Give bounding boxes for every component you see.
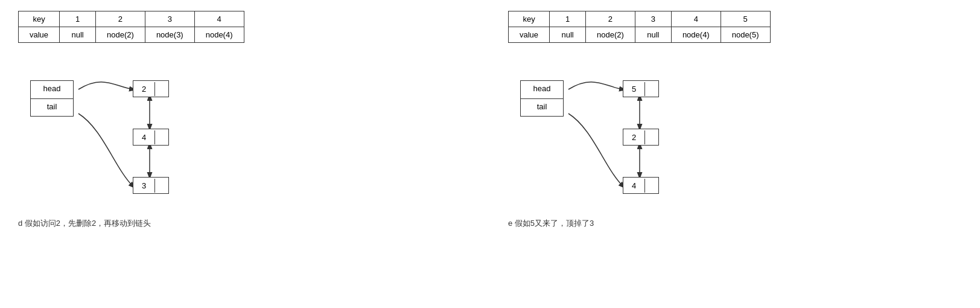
right-table-col5: 5 [721, 11, 770, 27]
left-node-4: 4 [133, 129, 169, 146]
right-caption: e 假如5又来了，顶掉了3 [508, 218, 594, 229]
right-node-2: 2 [623, 129, 659, 146]
right-table-val2: node(2) [586, 27, 635, 43]
left-table-val2: node(2) [96, 27, 145, 43]
left-caption: d 假如访问2，先删除2，再移动到链头 [18, 218, 151, 229]
right-tail-label: tail [537, 102, 547, 111]
left-table-value-header: value [19, 27, 60, 43]
right-node4-ptr [645, 177, 658, 194]
right-head-box: head [520, 80, 564, 98]
right-panel: key 1 2 3 4 5 value null node(2) null no… [490, 0, 980, 235]
left-table-col4: 4 [194, 11, 244, 27]
left-diagram: head tail 2 4 3 [18, 56, 247, 213]
left-head-box: head [30, 80, 74, 98]
right-node-5: 5 [623, 80, 659, 97]
right-node5-ptr [645, 80, 658, 97]
right-table-val1: null [550, 27, 586, 43]
right-table-key-header: key [509, 11, 550, 27]
left-node2-val: 2 [133, 82, 155, 96]
left-table-col2: 2 [96, 11, 145, 27]
left-table-col1: 1 [60, 11, 96, 27]
right-tail-box: tail [520, 98, 564, 117]
left-table: key 1 2 3 4 value null node(2) node(3) n… [18, 11, 244, 43]
left-table-val3: node(3) [145, 27, 194, 43]
left-node-3: 3 [133, 177, 169, 194]
left-node3-ptr [155, 177, 168, 194]
left-node4-val: 4 [133, 130, 155, 144]
left-node2-ptr [155, 80, 168, 97]
right-table-val5: node(5) [721, 27, 770, 43]
left-table-col3: 3 [145, 11, 194, 27]
left-node3-val: 3 [133, 179, 155, 193]
right-table-col2: 2 [586, 11, 635, 27]
right-table-col4: 4 [671, 11, 721, 27]
left-table-key-header: key [19, 11, 60, 27]
right-node2-val: 2 [623, 130, 645, 144]
left-head-label: head [43, 84, 61, 93]
left-table-val1: null [60, 27, 96, 43]
right-table: key 1 2 3 4 5 value null node(2) null no… [508, 11, 771, 43]
right-table-col3: 3 [635, 11, 671, 27]
left-panel: key 1 2 3 4 value null node(2) node(3) n… [0, 0, 490, 235]
right-table-val4: node(4) [671, 27, 721, 43]
right-table-value-header: value [509, 27, 550, 43]
right-node5-val: 5 [623, 82, 645, 96]
right-node-4: 4 [623, 177, 659, 194]
right-table-col1: 1 [550, 11, 586, 27]
right-node2-ptr [645, 129, 658, 146]
right-head-label: head [533, 84, 551, 93]
right-table-val3: null [635, 27, 671, 43]
right-node4-val: 4 [623, 179, 645, 193]
left-node-2: 2 [133, 80, 169, 97]
left-table-val4: node(4) [194, 27, 244, 43]
left-tail-box: tail [30, 98, 74, 117]
left-node4-ptr [155, 129, 168, 146]
right-diagram: head tail 5 2 4 [508, 56, 737, 213]
left-tail-label: tail [47, 102, 57, 111]
